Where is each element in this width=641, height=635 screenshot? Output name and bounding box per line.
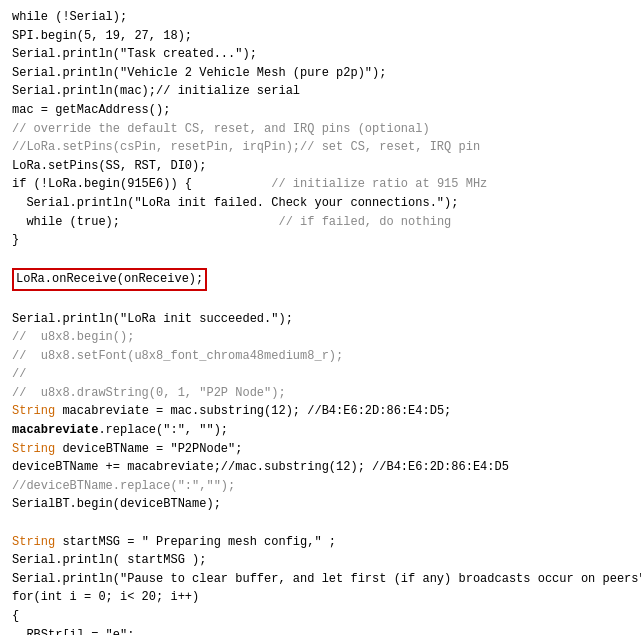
code-text: Serial.println("Vehicle 2 Vehicle Mesh (… (12, 66, 386, 80)
code-text: Serial.println( startMSG ); (12, 553, 206, 567)
code-line-19: // u8x8.setFont(u8x8_font_chroma48medium… (12, 347, 629, 366)
code-text: mac = getMacAddress(); (12, 103, 170, 117)
code-line-10: if (!LoRa.begin(915E6)) { // initialize … (12, 175, 629, 194)
code-text: for(int i = 0; i< 20; i++) (12, 590, 199, 604)
code-comment: // override the default CS, reset, and I… (12, 122, 430, 136)
code-comment: // if failed, do nothing (278, 215, 451, 229)
code-line-15: LoRa.onReceive(onReceive); (12, 268, 629, 291)
code-text: Serial.println("LoRa init failed. Check … (12, 196, 458, 210)
code-line-20: // (12, 365, 629, 384)
code-text: Serial.println("Pause to clear buffer, a… (12, 572, 641, 586)
code-text: Serial.println("LoRa init succeeded."); (12, 312, 293, 326)
code-line-9: LoRa.setPins(SS, RST, DI0); (12, 157, 629, 176)
code-text: LoRa.setPins(SS, RST, DI0); (12, 159, 206, 173)
code-line-27: SerialBT.begin(deviceBTName); (12, 495, 629, 514)
code-line-16 (12, 291, 629, 310)
code-line-33: { (12, 607, 629, 626)
code-text: LoRa.onReceive(onReceive); (16, 272, 203, 286)
code-text: macabreviate = mac.substring(12); //B4:E… (55, 404, 451, 418)
code-line-3: Serial.println("Task created..."); (12, 45, 629, 64)
code-line-23: macabreviate.replace(":", ""); (12, 421, 629, 440)
highlighted-code: LoRa.onReceive(onReceive); (12, 268, 207, 291)
code-text: while (true); (12, 215, 278, 229)
code-line-21: // u8x8.drawString(0, 1, "P2P Node"); (12, 384, 629, 403)
code-line-11: Serial.println("LoRa init failed. Check … (12, 194, 629, 213)
code-text: SPI.begin(5, 19, 27, 18); (12, 29, 192, 43)
code-line-29: String startMSG = " Preparing mesh confi… (12, 533, 629, 552)
code-keyword: String (12, 442, 55, 456)
code-text: Serial.println(mac);// initialize serial (12, 84, 300, 98)
code-line-32: for(int i = 0; i< 20; i++) (12, 588, 629, 607)
code-text: if (!LoRa.begin(915E6)) { (12, 177, 271, 191)
code-line-12: while (true); // if failed, do nothing (12, 213, 629, 232)
code-text: RBStr[i] = "e"; (12, 628, 134, 635)
code-comment: // (12, 367, 26, 381)
code-line-2: SPI.begin(5, 19, 27, 18); (12, 27, 629, 46)
code-editor: while (!Serial); SPI.begin(5, 19, 27, 18… (0, 0, 641, 635)
code-line-13: } (12, 231, 629, 250)
code-line-17: Serial.println("LoRa init succeeded."); (12, 310, 629, 329)
code-line-28 (12, 514, 629, 533)
code-text: Serial.println("Task created..."); (12, 47, 257, 61)
code-text: } (12, 233, 19, 247)
code-line-8: //LoRa.setPins(csPin, resetPin, irqPin);… (12, 138, 629, 157)
code-text: deviceBTName = "P2PNode"; (55, 442, 242, 456)
code-line-34: RBStr[i] = "e"; (12, 626, 629, 635)
code-line-30: Serial.println( startMSG ); (12, 551, 629, 570)
code-comment: // u8x8.begin(); (12, 330, 134, 344)
code-line-25: deviceBTName += macabreviate;//mac.subst… (12, 458, 629, 477)
code-comment: //deviceBTName.replace(":",""); (12, 479, 235, 493)
code-line-1: while (!Serial); (12, 8, 629, 27)
code-text: SerialBT.begin(deviceBTName); (12, 497, 221, 511)
code-line-18: // u8x8.begin(); (12, 328, 629, 347)
code-comment: // initialize ratio at 915 MHz (271, 177, 487, 191)
code-line-31: Serial.println("Pause to clear buffer, a… (12, 570, 629, 589)
code-text: startMSG = " Preparing mesh config," ; (55, 535, 336, 549)
code-comment: // u8x8.setFont(u8x8_font_chroma48medium… (12, 349, 343, 363)
code-line-22: String macabreviate = mac.substring(12);… (12, 402, 629, 421)
code-line-6: mac = getMacAddress(); (12, 101, 629, 120)
code-line-26: //deviceBTName.replace(":",""); (12, 477, 629, 496)
code-line-5: Serial.println(mac);// initialize serial (12, 82, 629, 101)
code-line-7: // override the default CS, reset, and I… (12, 120, 629, 139)
code-comment: // u8x8.drawString(0, 1, "P2P Node"); (12, 386, 286, 400)
code-keyword: String (12, 404, 55, 418)
code-text: while (!Serial); (12, 10, 127, 24)
code-keyword: String (12, 535, 55, 549)
code-text: .replace(":", ""); (98, 423, 228, 437)
code-line-14 (12, 250, 629, 269)
code-line-4: Serial.println("Vehicle 2 Vehicle Mesh (… (12, 64, 629, 83)
code-comment: //LoRa.setPins(csPin, resetPin, irqPin);… (12, 140, 480, 154)
code-text: macabreviate (12, 423, 98, 437)
code-text: { (12, 609, 19, 623)
code-text: deviceBTName += macabreviate;//mac.subst… (12, 460, 509, 474)
code-line-24: String deviceBTName = "P2PNode"; (12, 440, 629, 459)
